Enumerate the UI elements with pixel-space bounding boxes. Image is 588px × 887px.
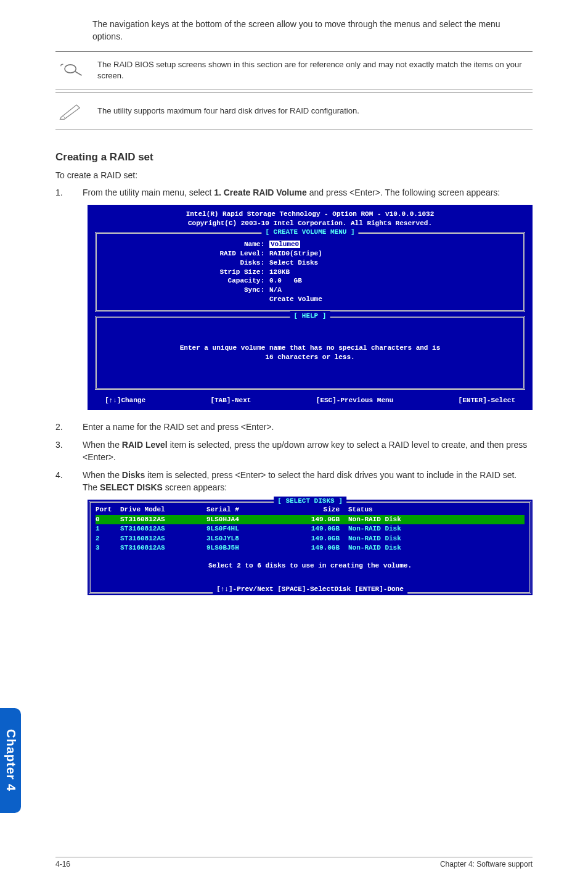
col-status: Status xyxy=(348,505,525,514)
step-number: 3. xyxy=(55,439,69,463)
chapter-label: Chapter 4: Software support xyxy=(440,860,533,868)
cell: 9LS0HJA4 xyxy=(206,515,287,524)
bold-text: Disks xyxy=(122,470,145,480)
select-disks-title: [ SELECT DISKS ] xyxy=(274,497,346,506)
section-intro: To create a RAID set: xyxy=(55,170,533,182)
page-number: 4-16 xyxy=(55,860,70,868)
highlighted-value: Volume0 xyxy=(269,241,300,248)
bold-text: RAID Level xyxy=(122,440,168,450)
cell: 3LS0JYL8 xyxy=(206,534,287,543)
step-2: 2. Enter a name for the RAID set and pre… xyxy=(55,421,533,434)
help-line2: 16 characters or less. xyxy=(109,353,511,362)
step-4: 4. When the Disks item is selected, pres… xyxy=(55,469,533,493)
text: When the xyxy=(83,440,122,450)
text: From the utility main menu, select xyxy=(83,188,214,197)
disk-row[interactable]: 3ST3160812AS9LS0BJ5H149.0GBNon-RAID Disk xyxy=(96,543,525,553)
col-serial: Serial # xyxy=(206,505,287,514)
note-max-four-drives: The utility supports maximum four hard d… xyxy=(55,92,533,130)
select-disks-box: [ SELECT DISKS ] Port Drive Model Serial… xyxy=(89,501,531,593)
step-content: From the utility main menu, select 1. Cr… xyxy=(83,187,533,199)
select-disks-rows: 0ST3160812AS9LS0HJA4149.0GBNon-RAID Disk… xyxy=(96,515,525,553)
select-disks-header-row: Port Drive Model Serial # Size Status xyxy=(96,505,525,514)
chapter-side-tab: Chapter 4 xyxy=(0,708,21,813)
key-hint-select: [ENTER]-Select xyxy=(459,396,515,405)
col-port: Port xyxy=(96,505,120,514)
pen-icon xyxy=(55,99,86,123)
cell: 9LS0BJ5H xyxy=(206,543,287,553)
select-disks-footer: [↑↓]-Prev/Next [SPACE]-SelectDisk [ENTER… xyxy=(213,585,407,594)
help-body: Enter a unique volume name that has no s… xyxy=(103,321,517,384)
cell: 149.0GB xyxy=(287,543,348,553)
disk-row[interactable]: 0ST3160812AS9LS0HJA4149.0GBNon-RAID Disk xyxy=(96,515,525,524)
step-content: When the Disks item is selected, press <… xyxy=(83,469,533,493)
value: N/A xyxy=(269,286,282,295)
cell: 0 xyxy=(96,515,120,524)
label xyxy=(195,295,269,304)
cell: ST3160812AS xyxy=(120,543,206,553)
step-content: When the RAID Level item is selected, pr… xyxy=(83,439,533,463)
text: When the xyxy=(83,470,122,480)
cell: 149.0GB xyxy=(287,534,348,543)
cell: Non-RAID Disk xyxy=(348,543,525,553)
note-text: The utility supports maximum four hard d… xyxy=(97,105,359,117)
svg-point-0 xyxy=(65,65,76,73)
field-create: Create Volume xyxy=(195,295,505,304)
note-text: The RAID BIOS setup screens shown in thi… xyxy=(97,59,533,81)
cell: 149.0GB xyxy=(287,524,348,534)
label: Capacity: xyxy=(195,276,269,286)
step-number: 1. xyxy=(55,187,69,199)
cell: ST3160812AS xyxy=(120,524,206,534)
bios-footer: [↑↓]Change [TAB]-Next [ESC]-Previous Men… xyxy=(92,394,528,408)
field-raid-level: RAID Level: RAID0(Stripe) xyxy=(195,249,505,258)
steps-list-continued: 2. Enter a name for the RAID set and pre… xyxy=(55,421,533,494)
help-title: [ HELP ] xyxy=(290,311,330,321)
text: and press <Enter>. The following screen … xyxy=(307,188,500,197)
cell: Non-RAID Disk xyxy=(348,524,525,534)
value[interactable]: RAID0(Stripe) xyxy=(269,249,322,258)
cell: 9LS0F4HL xyxy=(206,524,287,534)
create-volume-box: [ CREATE VOLUME MENU ] Name: Volume0 RAI… xyxy=(95,232,525,312)
cell: 1 xyxy=(96,524,120,534)
note-reference-only: The RAID BIOS setup screens shown in thi… xyxy=(55,51,533,89)
step-number: 4. xyxy=(55,469,69,493)
step-3: 3. When the RAID Level item is selected,… xyxy=(55,439,533,463)
create-volume-action[interactable]: Create Volume xyxy=(269,295,322,304)
cell: ST3160812AS xyxy=(120,534,206,543)
label: Name: xyxy=(195,240,269,249)
cell: 3 xyxy=(96,543,120,553)
disk-row[interactable]: 1ST3160812AS9LS0F4HL149.0GBNon-RAID Disk xyxy=(96,524,525,534)
value[interactable]: Select Disks xyxy=(269,258,318,268)
bold-text: SELECT DISKS xyxy=(100,482,163,492)
label: Disks: xyxy=(195,258,269,268)
disk-row[interactable]: 2ST3160812AS3LS0JYL8149.0GBNon-RAID Disk xyxy=(96,534,525,543)
help-box: [ HELP ] Enter a unique volume name that… xyxy=(95,316,525,390)
value[interactable]: 128KB xyxy=(269,268,290,277)
step-number: 2. xyxy=(55,421,69,434)
field-capacity: Capacity: 0.0 GB xyxy=(195,276,505,286)
bios-header-line2: Copyright(C) 2003-10 Intel Corporation. … xyxy=(92,219,528,228)
key-hint-prev: [ESC]-Previous Menu xyxy=(316,396,393,405)
cell: 2 xyxy=(96,534,120,543)
value[interactable]: 0.0 GB xyxy=(269,276,302,286)
col-drive-model: Drive Model xyxy=(120,505,206,514)
steps-list: 1. From the utility main menu, select 1.… xyxy=(55,187,533,199)
cell: Non-RAID Disk xyxy=(348,515,525,524)
label: Sync: xyxy=(195,286,269,295)
page-footer: 4-16 Chapter 4: Software support xyxy=(55,857,533,868)
bios-header-line1: Intel(R) Rapid Storage Technology - Opti… xyxy=(92,210,528,219)
col-size: Size xyxy=(287,505,348,514)
field-disks: Disks: Select Disks xyxy=(195,258,505,268)
cell: 149.0GB xyxy=(287,515,348,524)
field-strip-size: Strip Size: 128KB xyxy=(195,268,505,277)
text: screen appears: xyxy=(163,482,227,492)
field-sync: Sync: N/A xyxy=(195,286,505,295)
select-disks-help: Select 2 to 6 disks to use in creating t… xyxy=(96,553,525,579)
cell: ST3160812AS xyxy=(120,515,206,524)
label: RAID Level: xyxy=(195,249,269,258)
cell: Non-RAID Disk xyxy=(348,534,525,543)
value[interactable]: Volume0 xyxy=(269,240,325,249)
intro-paragraph: The navigation keys at the bottom of the… xyxy=(92,19,533,43)
label: Strip Size: xyxy=(195,268,269,277)
step-1: 1. From the utility main menu, select 1.… xyxy=(55,187,533,199)
create-volume-body: Name: Volume0 RAID Level: RAID0(Stripe) … xyxy=(103,237,517,307)
